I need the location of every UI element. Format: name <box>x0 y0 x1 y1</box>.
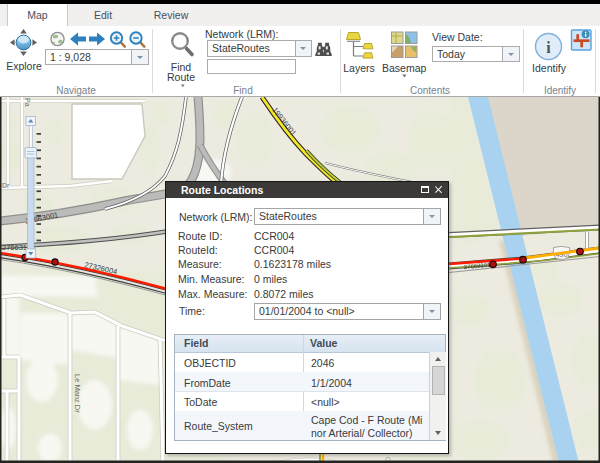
svg-text:i: i <box>546 39 551 56</box>
svg-text:Dr: Dr <box>2 182 10 189</box>
svg-text:Le Manz Dr: Le Manz Dr <box>73 374 82 413</box>
svg-text:Pa: Pa <box>24 98 31 107</box>
